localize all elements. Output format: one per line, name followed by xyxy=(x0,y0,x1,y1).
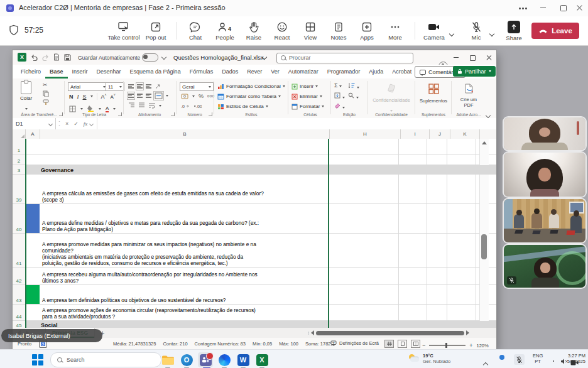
taskbar-outlook[interactable]: O xyxy=(179,352,194,367)
scroll-left-arrow[interactable] xyxy=(311,330,314,335)
find-select-button[interactable] xyxy=(348,92,362,100)
tab-rever[interactable]: Rever xyxy=(242,65,266,78)
number-format-select[interactable]: Geral xyxy=(180,82,214,91)
cancel-entry-icon[interactable]: × xyxy=(63,121,71,127)
orientation-icon[interactable] xyxy=(155,83,161,90)
shrink-font-button[interactable]: A˅ xyxy=(110,93,115,100)
wrap-text-icon[interactable] xyxy=(148,102,156,109)
align-top-icon[interactable] xyxy=(128,84,134,89)
tab-ficheiro[interactable]: Ficheiro xyxy=(16,65,45,78)
merge-center-icon[interactable] xyxy=(155,92,163,99)
name-box[interactable]: D1 xyxy=(13,118,56,129)
dialog-launcher-icon[interactable] xyxy=(118,112,122,116)
taskbar-edge[interactable] xyxy=(217,352,232,367)
more-button[interactable]: More xyxy=(382,17,408,45)
page-layout-view-icon[interactable] xyxy=(398,340,407,348)
cell-styles-button[interactable]: Estilos de Célula xyxy=(217,102,285,111)
take-control-button[interactable]: Take control xyxy=(106,17,142,45)
bold-button[interactable]: N xyxy=(69,94,74,100)
react-button[interactable]: React xyxy=(269,17,295,45)
camera-options-chevron[interactable] xyxy=(450,27,454,38)
tab-esquema[interactable]: Esquema da Página xyxy=(126,65,185,78)
column-header-b[interactable]: B xyxy=(40,129,330,139)
notes-button[interactable]: Notes xyxy=(325,17,352,45)
column-header-j[interactable]: J xyxy=(430,129,450,139)
mic-button[interactable]: Mic xyxy=(465,17,487,45)
start-button[interactable] xyxy=(30,352,45,367)
tab-inserir[interactable]: Inserir xyxy=(68,65,92,78)
zoom-out-button[interactable]: − xyxy=(422,342,425,349)
tab-ajuda[interactable]: Ajuda xyxy=(364,65,388,78)
page-icon[interactable] xyxy=(53,53,60,61)
excel-maximize-button[interactable] xyxy=(470,55,476,61)
pop-out-button[interactable]: Pop out xyxy=(142,17,170,45)
tab-acrobat[interactable]: Acrobat xyxy=(388,65,416,78)
taskbar-clock[interactable]: 3:27 PM5/7/2025 xyxy=(567,353,585,365)
vertical-scroll-thumb[interactable] xyxy=(481,234,487,259)
save-icon[interactable] xyxy=(64,54,71,61)
fill-button[interactable] xyxy=(334,92,348,100)
participant-video-2[interactable] xyxy=(504,153,585,197)
window-close-button[interactable] xyxy=(576,4,582,11)
autosum-button[interactable]: Σ xyxy=(334,82,348,90)
borders-icon[interactable] xyxy=(69,106,76,112)
chat-button[interactable]: Chat xyxy=(182,17,209,45)
excel-close-button[interactable] xyxy=(486,55,492,60)
underline-button[interactable]: S xyxy=(83,94,87,100)
format-painter-icon[interactable] xyxy=(43,99,49,106)
scroll-right-arrow[interactable] xyxy=(466,330,469,335)
horizontal-scrollbar[interactable]: ⁞ xyxy=(308,330,487,336)
italic-button[interactable]: I xyxy=(77,94,79,100)
participant-video-1[interactable] xyxy=(504,117,585,150)
camera-button[interactable]: Camera xyxy=(420,17,449,45)
percent-style-button[interactable]: % xyxy=(199,93,204,99)
share-workbook-button[interactable]: Partilhar xyxy=(453,66,496,77)
insert-cells-button[interactable]: Inserir xyxy=(291,82,324,90)
font-name-select[interactable]: Arial xyxy=(68,82,108,91)
tab-base[interactable]: Base xyxy=(45,65,68,78)
clear-button[interactable] xyxy=(334,102,348,110)
dialog-launcher-icon[interactable] xyxy=(209,112,212,116)
paste-button[interactable]: Colar xyxy=(20,81,32,112)
currency-icon[interactable] xyxy=(181,94,188,99)
create-pdf-button[interactable]: Crie um PDF xyxy=(455,84,482,108)
redo-icon[interactable] xyxy=(42,54,49,61)
delete-cells-button[interactable]: Eliminar xyxy=(291,92,324,100)
format-cells-button[interactable]: Formatar xyxy=(291,102,324,111)
tray-chevron-up[interactable] xyxy=(484,358,487,368)
column-header-h[interactable]: H xyxy=(330,129,401,139)
weather-widget[interactable]: 19°CGer. Nublado xyxy=(408,353,450,365)
decrease-indent-icon[interactable] xyxy=(128,102,135,109)
tab-desenhar[interactable]: Desenhar xyxy=(92,65,126,78)
workbook-filename[interactable]: Questões Homologação_final.xlsx xyxy=(173,54,264,61)
tab-programador[interactable]: Programador xyxy=(323,65,365,78)
zoom-level[interactable]: 120% xyxy=(477,343,489,349)
confirm-entry-icon[interactable]: ✓ xyxy=(71,121,81,127)
splitter-dots[interactable]: ⁞ xyxy=(308,330,309,336)
cut-icon[interactable]: ✂ xyxy=(43,82,49,88)
leave-button[interactable]: Leave xyxy=(531,23,579,39)
tab-formulas[interactable]: Fórmulas xyxy=(185,65,218,78)
tray-mic-muted-icon[interactable] xyxy=(514,354,525,365)
scroll-up-arrow[interactable] xyxy=(482,141,487,144)
align-center-icon[interactable] xyxy=(137,93,143,99)
excel-minimize-button[interactable] xyxy=(454,57,459,58)
taskbar-excel[interactable]: X xyxy=(254,352,270,367)
align-bottom-icon[interactable] xyxy=(146,84,151,89)
align-right-icon[interactable] xyxy=(146,93,151,99)
column-header-k[interactable]: K xyxy=(450,129,480,139)
zoom-slider[interactable] xyxy=(429,345,466,345)
tab-automatizar[interactable]: Automatizar xyxy=(284,65,323,78)
window-maximize-button[interactable] xyxy=(560,5,567,11)
normal-view-icon[interactable] xyxy=(384,340,394,348)
mic-options-chevron[interactable] xyxy=(490,27,494,38)
font-size-select[interactable]: 11 xyxy=(106,82,124,91)
select-all-corner[interactable] xyxy=(13,129,26,139)
tab-dados[interactable]: Dados xyxy=(217,65,242,78)
decrease-decimal-icon[interactable]: .00 xyxy=(193,103,202,109)
participant-video-4[interactable] xyxy=(504,245,585,288)
copy-icon[interactable] xyxy=(43,90,49,97)
font-color-icon[interactable]: A xyxy=(106,106,109,112)
increase-decimal-icon[interactable]: .0 xyxy=(181,103,189,109)
sort-filter-button[interactable] xyxy=(348,82,362,90)
